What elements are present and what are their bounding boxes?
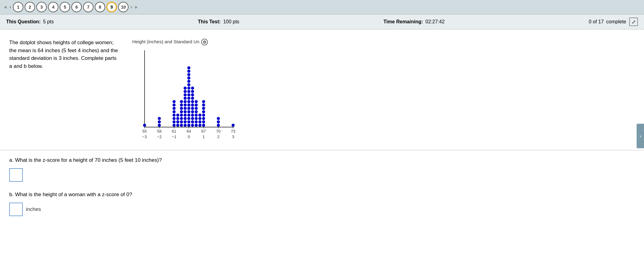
svg-point-78: [184, 110, 187, 113]
test-label: This Test:: [198, 19, 221, 25]
page-button-6[interactable]: 6: [71, 2, 82, 12]
question-description: The dotplot shows heights of college wom…: [9, 36, 120, 144]
svg-text:−2: −2: [157, 134, 162, 139]
svg-point-107: [202, 103, 205, 107]
svg-point-39: [187, 110, 190, 113]
prev-page-arrow[interactable]: ‹: [9, 4, 12, 10]
svg-point-75: [191, 114, 194, 117]
svg-point-24: [158, 124, 161, 127]
page-button-3[interactable]: 3: [36, 2, 47, 12]
chart-settings-icon[interactable]: ⚙: [201, 39, 208, 45]
svg-text:67: 67: [201, 129, 206, 134]
part-b-question: b. What is the height of a woman with a …: [9, 191, 635, 198]
svg-point-51: [187, 70, 190, 73]
svg-point-106: [202, 107, 205, 110]
svg-text:58: 58: [157, 129, 161, 134]
svg-text:61: 61: [172, 129, 176, 134]
svg-text:73: 73: [231, 129, 235, 134]
page-button-10[interactable]: 10: [118, 2, 129, 12]
svg-point-97: [184, 90, 187, 93]
svg-point-60: [195, 120, 198, 123]
svg-point-25: [158, 120, 161, 123]
svg-point-28: [173, 120, 176, 123]
header-bar: This Question: 5 pts This Test: 100 pts …: [0, 14, 644, 29]
svg-point-92: [195, 100, 198, 103]
svg-text:0: 0: [188, 134, 190, 139]
svg-point-42: [187, 100, 190, 103]
sidebar-handle[interactable]: ›: [637, 124, 644, 148]
svg-text:55: 55: [142, 129, 147, 134]
svg-point-56: [195, 124, 198, 127]
svg-point-66: [198, 124, 201, 127]
svg-point-110: [217, 120, 220, 123]
svg-point-74: [184, 114, 187, 117]
svg-point-44: [187, 93, 190, 96]
svg-point-101: [202, 124, 205, 127]
svg-point-96: [191, 93, 194, 96]
svg-point-59: [191, 120, 194, 123]
question-label: This Question:: [6, 19, 41, 25]
page-button-8[interactable]: 8: [95, 2, 105, 12]
svg-point-87: [191, 103, 194, 107]
dotplot-svg: 55 58 61 64 67 70 73 −3 −2 −1 0 1 2 3: [132, 47, 237, 139]
svg-point-26: [158, 117, 161, 120]
svg-point-104: [202, 114, 205, 117]
page-button-4[interactable]: 4: [48, 2, 58, 12]
svg-point-61: [180, 117, 183, 120]
svg-point-45: [187, 90, 190, 93]
question-pts: 5 pts: [43, 19, 54, 25]
svg-text:70: 70: [216, 129, 221, 134]
page-button-9[interactable]: 9: [106, 2, 117, 12]
svg-point-85: [180, 103, 183, 107]
svg-point-40: [187, 107, 190, 110]
svg-point-43: [187, 97, 190, 100]
svg-point-64: [195, 117, 198, 120]
part-b-input[interactable]: [9, 203, 23, 216]
parts-section: a. What is the z-score for a height of 7…: [0, 150, 644, 231]
svg-point-55: [191, 124, 194, 127]
svg-text:−3: −3: [142, 134, 147, 139]
svg-point-76: [195, 114, 198, 117]
svg-point-68: [198, 120, 201, 123]
svg-point-79: [191, 110, 194, 113]
expand-button[interactable]: ⤢: [629, 17, 638, 26]
svg-point-52: [187, 66, 190, 69]
page-button-5[interactable]: 5: [60, 2, 70, 12]
svg-point-32: [173, 107, 176, 110]
svg-text:64: 64: [187, 129, 191, 134]
svg-text:−1: −1: [172, 134, 177, 139]
svg-point-27: [173, 124, 176, 127]
svg-point-108: [202, 100, 205, 103]
part-b: b. What is the height of a woman with a …: [9, 191, 635, 216]
progress-suffix: complete: [606, 19, 626, 25]
navigation-bar: « ‹ 1 2 3 4 5 6 7 8 9 10 › »: [0, 0, 644, 14]
svg-point-81: [180, 107, 183, 110]
svg-point-33: [173, 103, 176, 107]
main-content: The dotplot shows heights of college wom…: [0, 29, 644, 272]
page-button-2[interactable]: 2: [25, 2, 35, 12]
svg-point-71: [176, 114, 179, 117]
part-a-answer-row: [9, 168, 635, 182]
svg-text:1: 1: [202, 134, 205, 139]
chart-container: Height (inches) and Standard Un ⚙: [132, 36, 635, 144]
time-label: Time Remaining:: [384, 19, 423, 25]
svg-point-49: [187, 76, 190, 80]
svg-point-41: [187, 103, 190, 107]
page-button-7[interactable]: 7: [83, 2, 93, 12]
svg-point-37: [187, 117, 190, 120]
svg-point-86: [184, 103, 187, 107]
svg-point-35: [187, 124, 190, 127]
svg-point-109: [217, 124, 220, 127]
next-page-arrow[interactable]: ›: [130, 4, 133, 10]
svg-point-65: [176, 124, 179, 127]
first-page-arrow[interactable]: «: [4, 4, 8, 10]
part-a-input[interactable]: [9, 168, 23, 182]
page-button-1[interactable]: 1: [13, 2, 23, 12]
test-points-section: This Test: 100 pts: [198, 19, 239, 25]
svg-point-38: [187, 114, 190, 117]
last-page-arrow[interactable]: »: [134, 4, 138, 10]
svg-point-46: [187, 87, 190, 90]
svg-point-72: [198, 114, 201, 117]
svg-point-48: [187, 80, 190, 83]
svg-point-29: [173, 117, 176, 120]
